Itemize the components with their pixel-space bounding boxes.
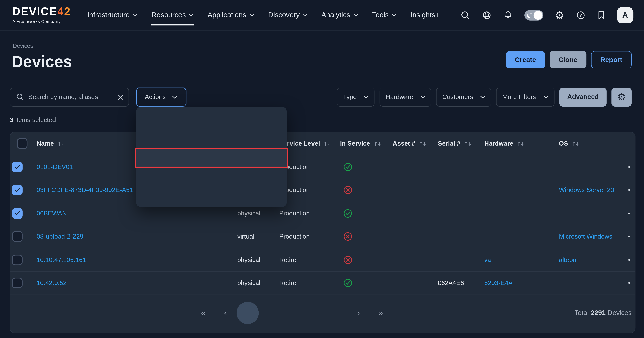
actions-dropdown-button[interactable]: Actions bbox=[136, 88, 186, 107]
pagination-page[interactable] bbox=[325, 302, 348, 324]
pagination-page[interactable] bbox=[281, 302, 303, 324]
os-link[interactable]: Microsoft Windows bbox=[559, 233, 612, 240]
in-service-no-icon bbox=[344, 255, 352, 264]
row-checkbox[interactable] bbox=[12, 208, 22, 219]
nav-menu-item[interactable]: Infrastructure bbox=[87, 8, 137, 22]
actions-menu-item[interactable] bbox=[136, 148, 287, 167]
column-header[interactable]: In Service ↑↓ bbox=[338, 140, 391, 147]
pagination-last[interactable]: » bbox=[370, 302, 392, 324]
device-type-cell: physical bbox=[236, 210, 278, 217]
nav-menu-item-label: Tools bbox=[372, 11, 388, 20]
bookmark-icon[interactable] bbox=[597, 10, 606, 20]
row-actions-kebab-icon[interactable] bbox=[628, 166, 630, 167]
device42-logo[interactable]: DEVICE42 A Freshworks Company bbox=[12, 6, 71, 24]
device-type-cell: physical bbox=[236, 256, 278, 264]
column-header[interactable]: Service Level ↑↓ bbox=[278, 140, 338, 147]
pagination-page[interactable] bbox=[236, 302, 259, 324]
hardware-link[interactable]: va bbox=[484, 256, 491, 263]
filter-dropdown[interactable]: Type bbox=[337, 88, 374, 107]
table-settings-gear-button[interactable]: ⚙ bbox=[612, 88, 632, 107]
row-checkbox[interactable] bbox=[12, 185, 22, 196]
help-icon[interactable]: ? bbox=[576, 10, 586, 20]
chevron-down-icon bbox=[250, 14, 254, 16]
row-checkbox[interactable] bbox=[12, 231, 22, 242]
report-button[interactable]: Report bbox=[591, 51, 632, 68]
column-header[interactable]: Asset # ↑↓ bbox=[391, 140, 436, 147]
row-checkbox[interactable] bbox=[12, 161, 22, 172]
pagination-prev[interactable]: ‹ bbox=[214, 302, 236, 324]
nav-menu-item[interactable]: Analytics bbox=[322, 8, 358, 22]
nav-menu-item[interactable]: Tools bbox=[372, 8, 396, 22]
device-name-link[interactable]: 03FFCDFE-873D-4F09-902E-A51 bbox=[36, 186, 133, 194]
clear-search-icon[interactable] bbox=[118, 94, 124, 100]
os-link[interactable]: Windows Server 20 bbox=[559, 186, 614, 194]
create-button[interactable]: Create bbox=[506, 51, 545, 68]
filter-dropdown[interactable]: More Filters bbox=[496, 88, 554, 107]
column-header-label: In Service bbox=[340, 140, 370, 147]
breadcrumb[interactable]: Devices bbox=[13, 43, 33, 49]
table-row: 10.10.47.105:161 physical Retire va alte… bbox=[10, 248, 635, 272]
nav-menu-item[interactable]: Applications bbox=[208, 8, 254, 22]
service-level-cell: Retire bbox=[278, 279, 338, 287]
pagination-next[interactable]: › bbox=[348, 302, 370, 324]
device-name-link[interactable]: 10.10.47.105:161 bbox=[36, 256, 86, 263]
column-header-label: Asset # bbox=[393, 140, 415, 147]
checkmark-icon bbox=[14, 188, 20, 192]
actions-menu-item[interactable] bbox=[136, 186, 287, 204]
device-name-link[interactable]: 10.42.0.52 bbox=[36, 279, 66, 286]
avatar[interactable]: A bbox=[617, 7, 633, 23]
checkmark-icon bbox=[14, 211, 20, 216]
sort-icon: ↑↓ bbox=[464, 140, 472, 147]
column-header[interactable]: OS ↑↓ bbox=[558, 140, 622, 147]
advanced-filters-button[interactable]: Advanced bbox=[560, 88, 607, 107]
devices-table-card: Name ↑↓ Type ↑↓ Service Level ↑↓ In Serv… bbox=[10, 132, 635, 333]
row-actions-kebab-icon[interactable] bbox=[628, 282, 630, 284]
search-icon[interactable] bbox=[460, 10, 470, 20]
nav-menu-item[interactable]: Insights+ bbox=[410, 8, 439, 22]
pagination-page[interactable] bbox=[303, 302, 325, 324]
select-all-checkbox[interactable] bbox=[17, 138, 28, 149]
chevron-down-icon bbox=[172, 95, 178, 99]
actions-menu-item[interactable] bbox=[136, 167, 287, 186]
logo-accent: 42 bbox=[57, 5, 71, 18]
pagination-first[interactable]: « bbox=[192, 302, 214, 324]
logo-text: DEVICE bbox=[12, 5, 57, 18]
table-row: 0101-DEV01 Production bbox=[10, 155, 635, 179]
os-link[interactable]: alteon bbox=[559, 256, 576, 263]
row-actions-kebab-icon[interactable] bbox=[628, 259, 630, 261]
actions-menu-item[interactable] bbox=[136, 130, 287, 148]
filter-dropdown[interactable]: Hardware bbox=[380, 88, 431, 107]
page-title: Devices bbox=[12, 53, 72, 71]
nav-menu-item[interactable]: Discovery bbox=[268, 8, 308, 22]
row-actions-kebab-icon[interactable] bbox=[628, 213, 630, 214]
sort-icon: ↑↓ bbox=[572, 140, 580, 147]
nav-menu-item[interactable]: Resources bbox=[152, 8, 194, 22]
clone-button[interactable]: Clone bbox=[550, 51, 586, 68]
sort-icon: ↑↓ bbox=[418, 140, 426, 147]
device-name-link[interactable]: 0101-DEV01 bbox=[36, 163, 73, 170]
actions-menu-item[interactable] bbox=[136, 111, 287, 130]
nav-menu-item-label: Discovery bbox=[268, 11, 300, 20]
toolbar: Actions Type Hardware Customers More Fil… bbox=[10, 88, 632, 107]
column-header[interactable]: Hardware ↑↓ bbox=[482, 140, 557, 147]
row-checkbox[interactable] bbox=[12, 278, 22, 288]
device-name-link[interactable]: 08-upload-2-229 bbox=[36, 233, 83, 240]
device-name-link[interactable]: 06BEWAN bbox=[36, 210, 67, 217]
dark-mode-toggle[interactable] bbox=[524, 10, 543, 21]
hardware-link[interactable]: 8203-E4A bbox=[484, 279, 512, 286]
service-level-cell: Production bbox=[278, 233, 338, 240]
filter-dropdown[interactable]: Customers bbox=[436, 88, 492, 107]
svg-text:?: ? bbox=[580, 13, 582, 18]
column-header-label: Serial # bbox=[438, 140, 460, 147]
settings-gear-icon[interactable]: ⚙ bbox=[555, 10, 564, 21]
serial-cell: 062A4E6 bbox=[436, 279, 483, 287]
globe-icon[interactable] bbox=[482, 10, 492, 20]
row-actions-kebab-icon[interactable] bbox=[628, 189, 630, 191]
row-checkbox[interactable] bbox=[12, 255, 22, 265]
nav-menu-item-label: Applications bbox=[208, 11, 246, 20]
notifications-bell-icon[interactable] bbox=[503, 10, 513, 20]
search-input[interactable] bbox=[28, 93, 113, 101]
row-actions-kebab-icon[interactable] bbox=[628, 236, 630, 237]
column-header[interactable]: Serial # ↑↓ bbox=[436, 140, 483, 147]
pagination-page[interactable] bbox=[259, 302, 281, 324]
